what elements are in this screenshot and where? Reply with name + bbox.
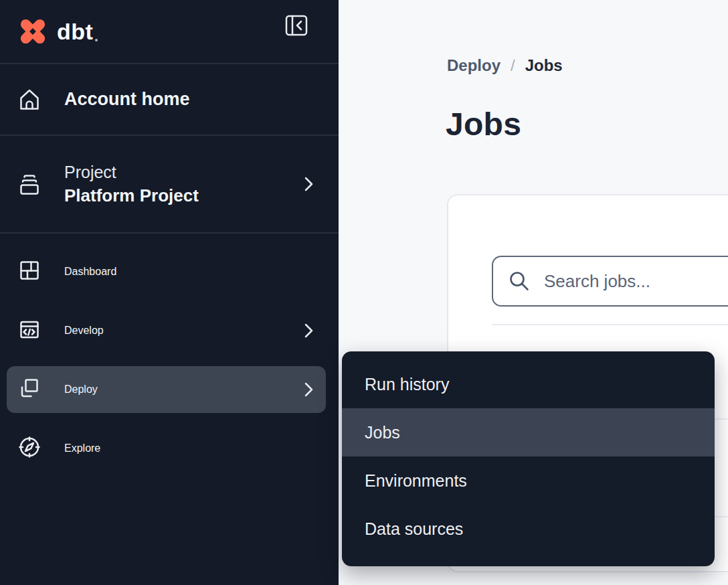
dbt-logo-text: dbt [57,19,93,45]
page-title: Jobs [446,106,521,143]
card-divider [492,324,728,325]
explore-compass-icon [17,434,42,463]
flyout-item-run-history[interactable]: Run history [342,360,715,408]
search-icon [508,270,531,292]
deploy-icon [17,375,42,404]
develop-code-icon [17,317,42,345]
sidebar-header: dbt [0,0,339,63]
project-stack-icon [17,171,42,197]
sidebar-item-label: Dashboard [64,266,116,278]
breadcrumb-jobs: Jobs [525,56,563,75]
chevron-right-icon [303,381,314,398]
sidebar-item-develop[interactable]: Develop [7,307,326,354]
dashboard-icon [17,258,42,286]
breadcrumb-separator: / [511,56,515,75]
project-name: Platform Project [64,185,199,206]
sidebar-item-label: Develop [64,325,104,337]
chevron-right-icon [303,322,314,339]
sidebar-item-label: Explore [64,442,100,454]
sidebar-item-deploy[interactable]: Deploy [7,366,326,413]
sidebar-item-label: Account home [64,89,190,110]
sidebar-item-project[interactable]: Project Platform Project [0,136,339,232]
flyout-item-jobs[interactable]: Jobs [342,408,715,456]
sidebar: dbt Account home [0,0,339,585]
collapse-sidebar-icon [285,15,308,36]
sidebar-item-explore[interactable]: Explore [7,425,326,472]
breadcrumb-deploy[interactable]: Deploy [447,56,500,75]
sidebar-item-account-home[interactable]: Account home [0,64,339,135]
dbt-logo[interactable]: dbt [17,15,93,48]
project-eyebrow: Project [64,163,199,182]
jobs-search [492,256,728,307]
chevron-right-icon [303,175,314,193]
collapse-sidebar-button[interactable] [285,15,308,36]
sidebar-nav: Dashboard Develop [0,234,339,472]
deploy-submenu: Run history Jobs Environments Data sourc… [342,351,715,566]
search-jobs-input[interactable] [544,257,728,305]
sidebar-item-label: Deploy [64,384,98,396]
home-icon [17,87,42,112]
breadcrumb: Deploy / Jobs [447,56,563,75]
sidebar-item-dashboard[interactable]: Dashboard [7,248,326,295]
dbt-logo-icon [17,15,49,48]
flyout-item-data-sources[interactable]: Data sources [342,505,715,553]
flyout-item-environments[interactable]: Environments [342,456,715,505]
